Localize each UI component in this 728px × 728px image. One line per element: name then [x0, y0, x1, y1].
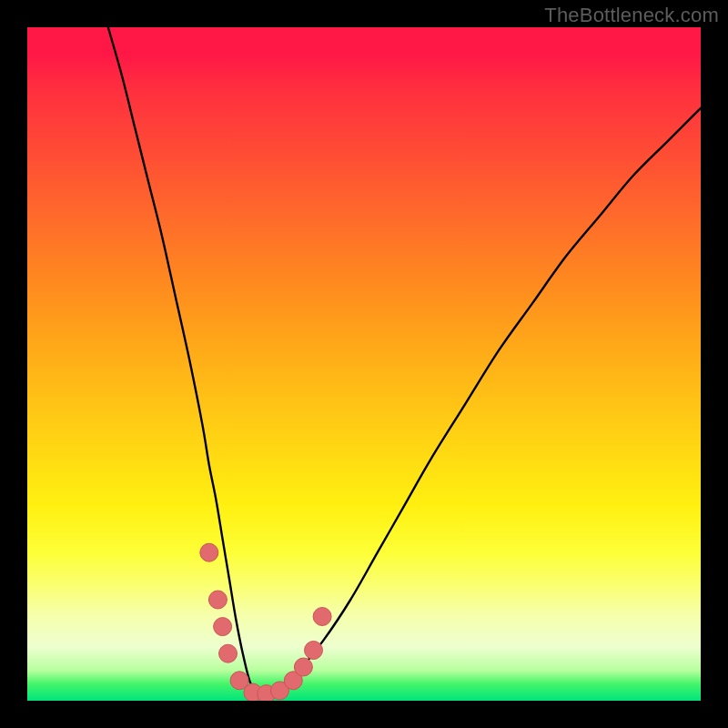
highlight-marker — [219, 644, 238, 662]
highlight-marker — [313, 608, 331, 626]
highlight-marker — [305, 642, 323, 660]
highlight-marker — [200, 543, 218, 561]
outer-frame: TheBottleneck.com — [0, 0, 728, 728]
bottleneck-curve — [108, 27, 701, 697]
highlight-marker — [208, 591, 227, 609]
highlight-marker — [214, 618, 232, 636]
watermark-text: TheBottleneck.com — [544, 4, 719, 27]
highlight-marker — [294, 658, 312, 676]
plot-area — [27, 27, 701, 701]
highlight-markers-group — [200, 543, 331, 701]
chart-svg — [27, 27, 701, 701]
